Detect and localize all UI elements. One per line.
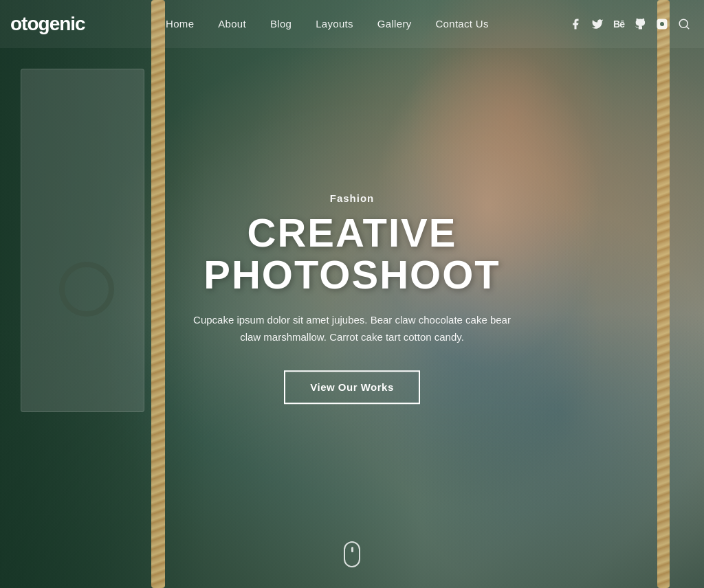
nav-link-contact[interactable]: Contact Us [435,18,488,30]
hero-content: Fashion CREATIVE PHOTOSHOOT Cupcake ipsu… [146,192,558,404]
social-icons: Bē [569,18,690,30]
navbar: otogenic Home About Blog Layouts Gallery… [0,0,704,48]
nav-item-gallery[interactable]: Gallery [377,18,412,30]
nav-link-blog[interactable]: Blog [270,18,292,30]
site-logo[interactable]: otogenic [10,13,85,35]
hero-description: Cupcake ipsum dolor sit amet jujubes. Be… [187,311,517,346]
nav-link-gallery[interactable]: Gallery [377,18,412,30]
nav-item-home[interactable]: Home [166,18,194,30]
rope-right [657,0,670,588]
instagram-icon[interactable] [656,18,668,30]
nav-link-about[interactable]: About [218,18,246,30]
hero-title: CREATIVE PHOTOSHOOT [146,212,558,296]
twitter-icon[interactable] [591,18,604,30]
scroll-dot [351,547,353,552]
hero-section: otogenic Home About Blog Layouts Gallery… [0,0,704,588]
logo-text: otogenic [10,13,85,34]
wreath-decoration [59,262,114,317]
facebook-icon[interactable] [569,18,582,30]
door-decoration [21,69,144,412]
hero-category: Fashion [146,192,558,204]
nav-item-blog[interactable]: Blog [270,18,292,30]
nav-item-layouts[interactable]: Layouts [316,18,353,30]
view-works-button[interactable]: View Our Works [284,370,420,404]
behance-icon[interactable]: Bē [613,19,624,30]
nav-item-about[interactable]: About [218,18,246,30]
nav-links: Home About Blog Layouts Gallery Contact … [166,18,489,30]
scroll-mouse [344,541,360,567]
search-icon[interactable] [678,18,690,30]
nav-link-home[interactable]: Home [166,18,194,30]
nav-item-contact[interactable]: Contact Us [435,18,488,30]
github-icon[interactable] [634,18,646,30]
nav-link-layouts[interactable]: Layouts [316,18,353,30]
scroll-indicator[interactable] [344,541,360,567]
